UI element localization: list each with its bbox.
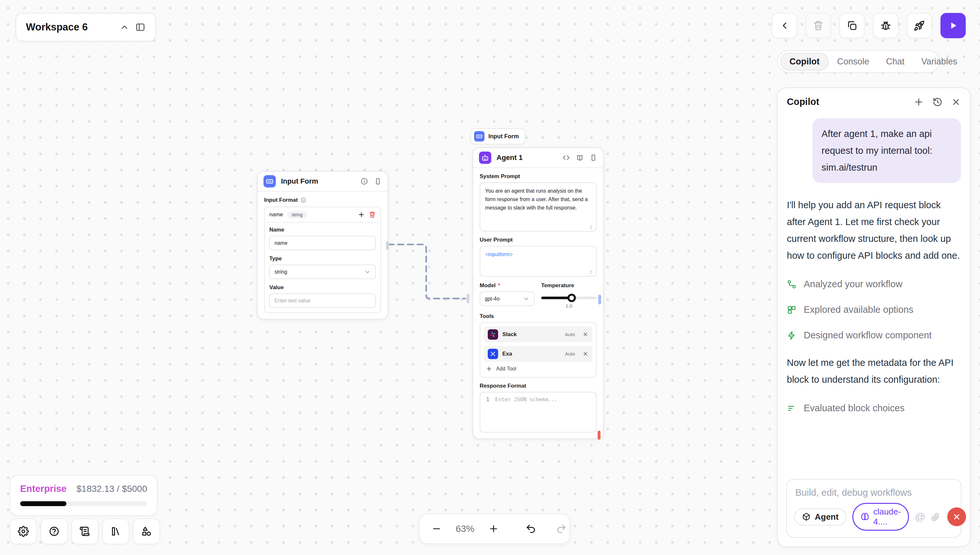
remove-tool-button[interactable] bbox=[583, 351, 589, 357]
input-format-label: Input Format bbox=[264, 197, 381, 203]
system-prompt-label: System Prompt bbox=[480, 173, 597, 180]
edge-inputform-to-agent bbox=[388, 244, 465, 298]
usage-card[interactable]: Enterprise $1832.13 / $5000 bbox=[10, 475, 158, 516]
trash-icon bbox=[813, 20, 824, 31]
agent-node[interactable]: Agent 1 System Prompt You are an agent t… bbox=[473, 148, 604, 439]
tool-row-exa[interactable]: Exa Auto bbox=[484, 346, 592, 362]
user-prompt-textarea[interactable]: <inputform> bbox=[480, 246, 597, 276]
info-icon[interactable] bbox=[301, 197, 306, 203]
book-icon[interactable] bbox=[576, 154, 584, 162]
copilot-step[interactable]: Evaluated block choices bbox=[787, 403, 961, 414]
settings-icon bbox=[18, 526, 29, 537]
copilot-title: Copilot bbox=[787, 96, 914, 107]
settings-button[interactable] bbox=[10, 518, 37, 544]
usage-progress-fill bbox=[20, 501, 66, 506]
type-label: Type bbox=[269, 255, 376, 262]
copilot-step[interactable]: Explored available options bbox=[787, 305, 961, 315]
mode-selector-pill[interactable]: Agent bbox=[794, 508, 846, 526]
undo-button[interactable] bbox=[525, 523, 536, 534]
workspace-selector[interactable]: Workspace 6 bbox=[16, 13, 156, 42]
redo-button[interactable] bbox=[556, 523, 567, 534]
canvas-toolbar bbox=[772, 13, 966, 38]
input-port[interactable] bbox=[467, 294, 469, 303]
zoom-in-button[interactable] bbox=[488, 524, 499, 534]
copilot-step[interactable]: Designed workflow component bbox=[787, 330, 961, 341]
history-icon[interactable] bbox=[932, 97, 943, 107]
composer-input[interactable]: Build, edit, debug workflows bbox=[795, 487, 953, 498]
slack-icon bbox=[488, 329, 498, 340]
back-button[interactable] bbox=[772, 13, 797, 38]
type-chip: string bbox=[287, 211, 307, 218]
panel-left-icon[interactable] bbox=[135, 22, 145, 32]
slider-thumb[interactable] bbox=[568, 294, 576, 302]
input-form-node[interactable]: Input Form Input Format name string bbox=[257, 171, 388, 319]
tab-console[interactable]: Console bbox=[829, 53, 878, 70]
at-icon[interactable]: @ bbox=[915, 512, 925, 522]
info-icon[interactable] bbox=[360, 178, 368, 185]
stop-button[interactable] bbox=[947, 507, 966, 526]
paperclip-icon[interactable] bbox=[930, 512, 940, 522]
preview-icon[interactable] bbox=[589, 154, 597, 162]
output-port[interactable] bbox=[386, 241, 389, 250]
add-tool-button[interactable]: Add Tool bbox=[484, 362, 592, 373]
temperature-slider[interactable] bbox=[541, 294, 597, 302]
chevron-down-icon bbox=[364, 269, 371, 275]
response-format-editor[interactable]: 1 Enter JSON schema... bbox=[480, 392, 597, 433]
user-prompt-label: User Prompt bbox=[480, 237, 597, 243]
tab-chat[interactable]: Chat bbox=[878, 53, 913, 70]
tab-variables[interactable]: Variables bbox=[913, 53, 966, 70]
chevron-up-icon[interactable] bbox=[119, 22, 129, 32]
agent-node-header[interactable]: Agent 1 bbox=[473, 148, 603, 167]
parent-block-badge[interactable]: Input Form bbox=[470, 128, 525, 144]
code-icon[interactable] bbox=[562, 154, 570, 162]
close-panel-button[interactable] bbox=[951, 97, 961, 107]
input-form-icon bbox=[264, 175, 276, 188]
delete-button[interactable] bbox=[806, 13, 831, 38]
delete-field-button[interactable] bbox=[369, 211, 376, 218]
preview-icon[interactable] bbox=[374, 178, 382, 185]
resize-handle-icon[interactable] bbox=[589, 225, 594, 229]
deploy-button[interactable] bbox=[907, 13, 932, 38]
library-icon bbox=[110, 526, 121, 537]
new-chat-button[interactable] bbox=[914, 97, 924, 107]
help-button[interactable] bbox=[40, 518, 68, 544]
tab-copilot[interactable]: Copilot bbox=[780, 53, 829, 71]
workflow-icon bbox=[787, 279, 797, 289]
model-selector-pill[interactable]: claude-4.... bbox=[852, 503, 909, 531]
output-port[interactable] bbox=[598, 295, 601, 305]
brain-icon bbox=[861, 512, 869, 521]
run-button[interactable] bbox=[940, 13, 966, 38]
templates-button[interactable] bbox=[133, 518, 160, 544]
value-input[interactable] bbox=[269, 294, 376, 308]
node-title: Agent 1 bbox=[496, 154, 557, 162]
duplicate-button[interactable] bbox=[839, 13, 865, 38]
temperature-value: 1.0 bbox=[541, 303, 597, 309]
model-select[interactable]: gpt-4o bbox=[480, 292, 535, 306]
right-panel-tabs: Copilot Console Chat Variables bbox=[777, 50, 940, 73]
copilot-header: Copilot bbox=[787, 96, 961, 107]
copilot-composer[interactable]: Build, edit, debug workflows Agent claud… bbox=[786, 479, 962, 538]
chevron-left-icon bbox=[779, 21, 790, 31]
package-icon bbox=[802, 512, 811, 521]
remove-tool-button[interactable] bbox=[583, 331, 589, 337]
input-form-node-header[interactable]: Input Form bbox=[257, 172, 388, 191]
library-button[interactable] bbox=[102, 518, 129, 544]
copilot-panel: Copilot After agent 1, make an api reque… bbox=[777, 87, 970, 547]
zoom-out-button[interactable] bbox=[431, 524, 442, 534]
debug-button[interactable] bbox=[873, 13, 898, 38]
tool-row-slack[interactable]: Slack Auto bbox=[484, 326, 592, 342]
logs-button[interactable] bbox=[71, 518, 98, 544]
line-number: 1 bbox=[480, 396, 495, 432]
bottom-dock bbox=[10, 518, 160, 544]
format-field-row[interactable]: name string bbox=[265, 207, 380, 222]
workspace-name: Workspace 6 bbox=[26, 21, 114, 33]
error-port[interactable] bbox=[598, 431, 600, 440]
copilot-step[interactable]: Analyzed your workflow bbox=[787, 279, 961, 289]
system-prompt-textarea[interactable]: You are an agent that runs analysis on t… bbox=[480, 182, 597, 231]
temperature-label: Temperature bbox=[541, 282, 597, 289]
resize-handle-icon[interactable] bbox=[589, 270, 594, 274]
add-field-button[interactable] bbox=[358, 211, 365, 218]
tools-label: Tools bbox=[480, 313, 597, 319]
name-input[interactable] bbox=[269, 236, 376, 250]
type-select[interactable]: string bbox=[269, 265, 376, 279]
